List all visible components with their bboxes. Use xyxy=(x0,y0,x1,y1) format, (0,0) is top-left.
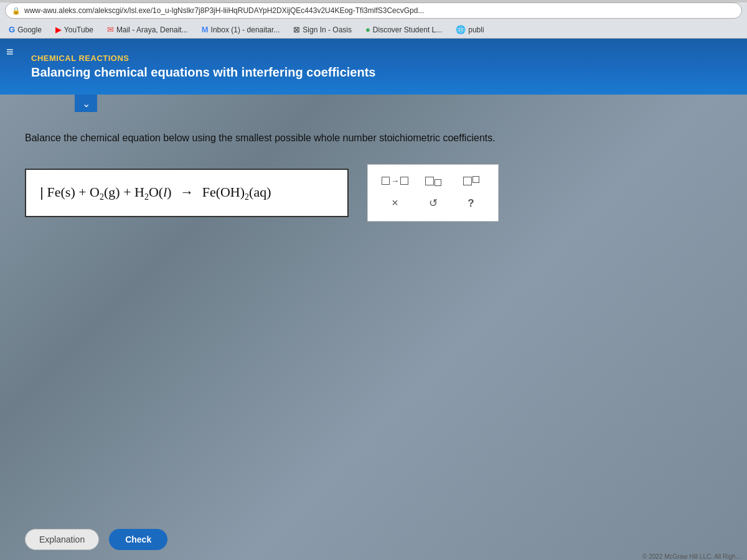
bookmarks-bar: G Google ▶ YouTube ✉ Mail - Araya, Denai… xyxy=(0,21,747,39)
browser-chrome: 🔒 www-awu.aleks.com/alekscgi/x/lsl.exe/1… xyxy=(0,2,747,39)
toolbar-box: → × xyxy=(367,164,499,222)
bookmark-publi[interactable]: 🌐 publi xyxy=(452,24,487,35)
bookmark-inbox-label: Inbox (1) - denaitar... xyxy=(211,26,280,34)
explanation-button[interactable]: Explanation xyxy=(25,529,99,550)
lock-icon: 🔒 xyxy=(12,7,21,15)
bookmark-mail[interactable]: ✉ Mail - Araya, Denait... xyxy=(103,24,192,35)
bookmark-google[interactable]: G Google xyxy=(5,24,45,35)
equation-text: Fe(s) + O2(g) + H2O(l) → Fe(OH)2(aq) xyxy=(47,184,271,200)
clear-icon: × xyxy=(392,197,398,210)
undo-icon: ↺ xyxy=(429,197,438,210)
sidebar-toggle[interactable]: ≡ xyxy=(6,45,14,59)
background-overlay xyxy=(0,39,747,560)
clear-btn[interactable]: × xyxy=(379,194,411,212)
subscript-icon xyxy=(425,177,441,185)
mail-icon: ✉ xyxy=(107,25,114,34)
bookmark-discover-label: Discover Student L... xyxy=(373,26,442,34)
cursor xyxy=(41,187,42,200)
chevron-down-button[interactable]: ⌄ xyxy=(75,95,97,112)
google-icon: G xyxy=(9,25,15,34)
copyright-text: © 2022 McGraw Hill LLC. All Righ... xyxy=(642,553,741,560)
address-bar[interactable]: 🔒 www-awu.aleks.com/alekscgi/x/lsl.exe/1… xyxy=(5,2,742,19)
undo-btn[interactable]: ↺ xyxy=(417,194,449,212)
superscript-btn[interactable] xyxy=(455,174,487,188)
discover-icon: ● xyxy=(365,25,370,34)
inbox-icon: M xyxy=(202,25,209,34)
header-subtitle: CHEMICAL REACTIONS xyxy=(31,54,735,63)
problem-instruction: Balance the chemical equation below usin… xyxy=(25,131,722,146)
bookmark-mail-label: Mail - Araya, Denait... xyxy=(116,26,188,34)
bookmark-publi-label: publi xyxy=(468,26,484,34)
superscript-icon xyxy=(463,177,479,185)
bookmark-signin-label: Sign In - Oasis xyxy=(303,26,352,34)
youtube-icon: ▶ xyxy=(55,25,62,34)
url-text: www-awu.aleks.com/alekscgi/x/lsl.exe/1o_… xyxy=(24,6,424,15)
bookmark-signin[interactable]: ⊠ Sign In - Oasis xyxy=(289,24,355,35)
equation-box[interactable]: Fe(s) + O2(g) + H2O(l) → Fe(OH)2(aq) xyxy=(25,169,349,217)
bottom-bar: Explanation Check xyxy=(25,529,167,550)
help-btn[interactable]: ? xyxy=(455,195,487,212)
bookmark-youtube[interactable]: ▶ YouTube xyxy=(52,24,97,35)
publi-icon: 🌐 xyxy=(456,25,466,34)
subscript-btn[interactable] xyxy=(417,174,449,188)
bookmark-discover[interactable]: ● Discover Student L... xyxy=(362,24,446,35)
aleks-header: CHEMICAL REACTIONS Balancing chemical eq… xyxy=(0,39,747,95)
help-icon: ? xyxy=(467,197,474,210)
equation-row: Fe(s) + O2(g) + H2O(l) → Fe(OH)2(aq) → xyxy=(25,164,722,222)
bookmark-google-label: Google xyxy=(17,26,42,34)
signin-icon: ⊠ xyxy=(293,25,300,34)
bookmark-youtube-label: YouTube xyxy=(64,26,93,34)
check-button[interactable]: Check xyxy=(109,529,167,550)
problem-area: Balance the chemical equation below usin… xyxy=(0,118,747,234)
arrow-between-squares-btn[interactable]: → xyxy=(379,174,411,188)
bookmark-inbox[interactable]: M Inbox (1) - denaitar... xyxy=(198,24,284,35)
header-title: Balancing chemical equations with interf… xyxy=(31,65,735,80)
main-content: ≡ CHEMICAL REACTIONS Balancing chemical … xyxy=(0,39,747,560)
arrow-between-squares-icon: → xyxy=(382,176,408,185)
